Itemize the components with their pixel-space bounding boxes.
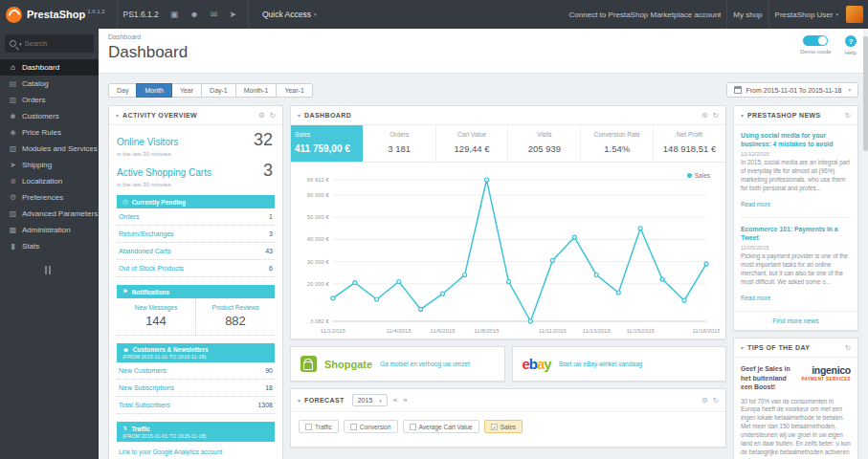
- pager-prev-button[interactable]: «: [393, 396, 397, 404]
- forecast-option-conversion[interactable]: Conversion: [344, 420, 398, 433]
- mail-icon[interactable]: ✉: [211, 10, 218, 19]
- sidebar-item-localization[interactable]: ⊕Localization: [0, 173, 99, 189]
- pager-next-button[interactable]: »: [403, 396, 407, 404]
- total-subscribers-link[interactable]: Total Subscribers: [119, 402, 170, 408]
- rocket-icon[interactable]: ➤: [229, 10, 236, 19]
- sidebar-item-stats[interactable]: ▮Stats: [0, 238, 99, 254]
- read-more-link[interactable]: Read more: [741, 295, 770, 301]
- new-subscriptions-link[interactable]: New Subscriptions: [119, 384, 174, 391]
- kpi-cart-value[interactable]: Cart Value 129,44 €: [435, 125, 508, 162]
- article-title-link[interactable]: Using social media for your business: 4 …: [741, 131, 851, 148]
- divider: [768, 0, 769, 29]
- collapse-icon[interactable]: ▾: [298, 397, 300, 404]
- product-reviews-value: 882: [196, 314, 275, 328]
- year-select[interactable]: 2015 ▾: [352, 394, 388, 406]
- product-reviews-link[interactable]: Product Reviews: [196, 304, 275, 311]
- svg-text:11/1/2015: 11/1/2015: [321, 328, 346, 334]
- svg-text:30 000 €: 30 000 €: [307, 259, 330, 265]
- google-analytics-link[interactable]: Link to your Google Analytics account: [117, 442, 275, 455]
- svg-text:40 000 €: 40 000 €: [307, 236, 330, 242]
- refresh-icon[interactable]: ↻: [270, 111, 276, 120]
- online-visitors-metric: Online Visitors in the last 30 minutes 3…: [117, 132, 275, 157]
- range-month-button[interactable]: Month: [136, 83, 171, 98]
- article-title-link[interactable]: Ecommerce 101: Payments in a Tweet: [741, 225, 851, 242]
- find-more-news-link[interactable]: Find more news: [734, 311, 857, 330]
- shopgate-logo: [300, 356, 317, 372]
- range-day-button[interactable]: Day: [108, 83, 137, 98]
- search-input[interactable]: [25, 39, 78, 48]
- tips-body-text: 30 tot 70% van de consumenten in Europa …: [741, 398, 851, 459]
- gear-icon[interactable]: ⚙: [258, 111, 265, 120]
- my-shop-link[interactable]: My shop: [733, 11, 762, 19]
- kpi-conversion-rate[interactable]: Conversion Rate 1.54%: [580, 125, 653, 162]
- out-of-stock-link[interactable]: Out of Stock Products: [119, 265, 184, 272]
- returns-link[interactable]: Return/Exchanges: [119, 230, 174, 237]
- refresh-icon[interactable]: ↻: [713, 396, 719, 404]
- marketplace-link[interactable]: Connect to PrestaShop Marketplace accoun…: [569, 11, 722, 19]
- abandoned-carts-link[interactable]: Abandoned Carts: [119, 248, 170, 254]
- collapse-icon[interactable]: ▾: [741, 344, 744, 351]
- scrollbar-thumb[interactable]: [863, 36, 868, 151]
- new-messages-cell[interactable]: New Messages 144: [117, 298, 195, 335]
- sidebar-item-preferences[interactable]: ⚙Preferences: [0, 189, 99, 206]
- sidebar-item-orders[interactable]: ▥Orders: [0, 92, 99, 108]
- sidebar-collapse-handle[interactable]: [45, 266, 55, 274]
- refresh-icon[interactable]: ↻: [845, 343, 851, 352]
- demo-mode-label: Demo mode: [800, 49, 832, 55]
- refresh-icon[interactable]: ↻: [713, 111, 719, 120]
- collapse-icon[interactable]: ▾: [741, 112, 744, 119]
- sidebar-item-customers[interactable]: ☻Customers: [0, 108, 99, 124]
- forecast-option-sales[interactable]: Sales: [484, 420, 523, 433]
- range-year-button[interactable]: Year: [171, 83, 202, 98]
- sales-line-chart: 66 912 €60 000 €50 000 €40 000 €30 000 €…: [295, 168, 720, 337]
- forecast-option-traffic[interactable]: Traffic: [299, 420, 339, 433]
- avatar[interactable]: [846, 6, 863, 23]
- range-month-1-button[interactable]: Month-1: [235, 83, 278, 98]
- toggle-on-icon[interactable]: [803, 35, 828, 46]
- new-customers-link[interactable]: New Customers: [119, 367, 167, 374]
- sidebar-item-label: Localization: [22, 177, 62, 186]
- gear-icon[interactable]: ⚙: [701, 111, 708, 120]
- date-range-picker[interactable]: From 2015-11-01 To 2015-11-18 ▾: [726, 82, 858, 98]
- range-day-1-button[interactable]: Day-1: [201, 83, 236, 98]
- kpi-orders[interactable]: Orders 3 181: [363, 125, 435, 162]
- collapse-icon[interactable]: ▾: [298, 112, 300, 119]
- sidebar-search[interactable]: ▾: [5, 34, 94, 53]
- online-visitors-link[interactable]: Online Visitors: [117, 137, 178, 147]
- checkbox-icon: [410, 424, 416, 430]
- new-messages-link[interactable]: New Messages: [117, 304, 195, 311]
- orders-link[interactable]: Orders: [119, 213, 139, 220]
- shopgate-link[interactable]: Ga mobiel en verhoog uw omzet: [380, 361, 470, 367]
- kpi-net-profit[interactable]: Net Profit 148 918,51 €: [653, 125, 725, 162]
- help-button[interactable]: ? Help: [845, 35, 857, 55]
- quick-access-menu[interactable]: Quick Access ▾: [262, 10, 317, 19]
- refresh-icon[interactable]: ↻: [845, 111, 851, 120]
- ebay-link[interactable]: Start uw eBay-winkel vandaag: [559, 361, 642, 367]
- sidebar-item-administration[interactable]: ▩Administration: [0, 222, 99, 238]
- demo-mode-toggle[interactable]: Demo mode: [800, 35, 832, 55]
- customers-row-total-subscribers: Total Subscribers1308: [117, 397, 275, 414]
- read-more-link[interactable]: Read more: [741, 201, 770, 208]
- customers-icon[interactable]: ☻: [189, 10, 198, 19]
- active-carts-link[interactable]: Active Shopping Carts: [117, 167, 211, 178]
- sidebar-item-shipping[interactable]: ➤Shipping: [0, 157, 99, 173]
- kpi-visits[interactable]: Visits 205 939: [507, 125, 580, 162]
- range-year-1-button[interactable]: Year-1: [276, 83, 312, 98]
- sidebar-item-price-rules[interactable]: ◈Price Rules: [0, 124, 99, 141]
- user-menu[interactable]: PrestaShop User ▾: [775, 11, 838, 19]
- main-area: Dashboard Dashboard Demo mode ? Help Day…: [99, 29, 868, 459]
- chip-label: Conversion: [360, 424, 391, 430]
- gear-icon[interactable]: ⚙: [701, 396, 708, 404]
- forecast-option-average-cart-value[interactable]: Average Cart Value: [403, 420, 479, 433]
- sidebar-item-modules[interactable]: ▧Modules and Services: [0, 141, 99, 157]
- shop-version-label: PS1.6.1.2: [123, 10, 159, 19]
- kpi-sales[interactable]: Sales 411 759,00 €: [291, 125, 363, 162]
- sidebar-item-advanced-parameters[interactable]: ▨Advanced Parameters: [0, 206, 99, 222]
- collapse-icon[interactable]: ▾: [116, 112, 119, 119]
- product-reviews-cell[interactable]: Product Reviews 882: [195, 298, 275, 335]
- sidebar-item-catalog[interactable]: ▤Catalog: [0, 76, 99, 92]
- sidebar-item-dashboard[interactable]: ⌂Dashboard: [0, 59, 99, 76]
- ebay-letter: e: [523, 356, 529, 372]
- cart-icon[interactable]: ▣: [170, 10, 179, 19]
- svg-text:11/8/2015: 11/8/2015: [474, 328, 500, 334]
